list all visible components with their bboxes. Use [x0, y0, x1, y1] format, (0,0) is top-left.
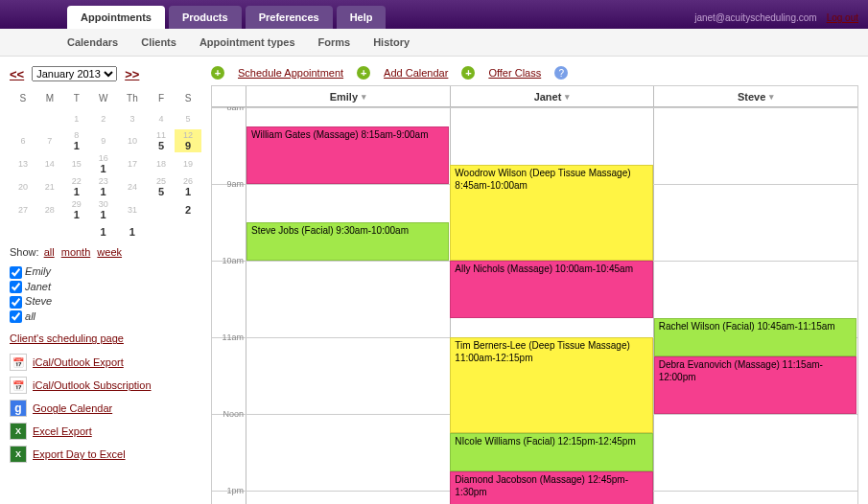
- column-header[interactable]: Janet▾: [451, 86, 655, 106]
- hour-label: 9am: [212, 179, 246, 189]
- plus-icon: +: [357, 66, 370, 80]
- minical-day[interactable]: 5: [175, 108, 201, 129]
- export-google-calendar[interactable]: Google Calendar: [33, 402, 112, 414]
- minical-day[interactable]: 31: [117, 198, 149, 221]
- subnav-history[interactable]: History: [373, 36, 410, 48]
- minical-day[interactable]: 231: [90, 175, 117, 198]
- subnav-appointment-types[interactable]: Appointment types: [199, 36, 295, 48]
- minical-day[interactable]: 24: [117, 175, 149, 198]
- appointment[interactable]: William Gates (Massage) 8:15am-9:00am: [246, 126, 449, 184]
- minical-day[interactable]: 115: [148, 129, 175, 152]
- chevron-down-icon: ▾: [769, 92, 774, 102]
- minical-day[interactable]: 17: [117, 152, 149, 175]
- schedule-appointment-link[interactable]: Schedule Appointment: [238, 67, 343, 79]
- tab-appointments[interactable]: Appointments: [67, 6, 165, 29]
- minical-day[interactable]: 18: [148, 152, 175, 175]
- show-week[interactable]: week: [97, 246, 122, 258]
- offer-class-link[interactable]: Offer Class: [488, 67, 541, 79]
- minical-day[interactable]: 1: [63, 108, 90, 129]
- filter-checkbox-all[interactable]: [10, 310, 22, 323]
- column-header[interactable]: Steve▾: [654, 86, 857, 106]
- minical-day[interactable]: 161: [90, 152, 117, 175]
- action-bar: + Schedule Appointment + Add Calendar + …: [211, 66, 858, 80]
- minical-day[interactable]: 129: [175, 129, 201, 152]
- xls-icon: X: [10, 423, 27, 440]
- hour-label: 8am: [212, 107, 246, 112]
- appointment[interactable]: Steve Jobs (Facial) 9:30am-10:00am: [246, 222, 449, 261]
- calendar-body[interactable]: 8am9am10am11amNoon1pm William Gates (Mas…: [212, 107, 857, 504]
- export-ical-outlook-subscription[interactable]: iCal/Outlook Subscription: [33, 379, 152, 391]
- filter-checkbox-steve[interactable]: [10, 296, 22, 309]
- appointment[interactable]: NIcole Williams (Facial) 12:15pm-12:45pm: [450, 433, 652, 471]
- logout-link[interactable]: Log out: [827, 12, 858, 23]
- minical-day[interactable]: 2: [90, 108, 117, 129]
- tab-products[interactable]: Products: [169, 6, 242, 29]
- appointment[interactable]: Debra Evanovich (Massage) 11:15am-12:00p…: [654, 356, 856, 414]
- show-month[interactable]: month: [61, 246, 91, 258]
- minical-day[interactable]: 291: [63, 198, 90, 221]
- g-icon: g: [10, 400, 27, 417]
- show-row: Show: all month week: [10, 246, 201, 258]
- minical-day[interactable]: 81: [63, 129, 90, 152]
- subnav-calendars[interactable]: Calendars: [67, 36, 118, 48]
- minical-body: 1234567819101151291314151611718192021221…: [10, 108, 201, 242]
- minical-day[interactable]: 255: [148, 175, 175, 198]
- minical-day: [63, 221, 90, 242]
- export-excel-export[interactable]: Excel Export: [33, 425, 92, 437]
- staff-filters: Emily Janet Steve all: [10, 265, 201, 323]
- tab-preferences[interactable]: Preferences: [246, 6, 333, 29]
- minical-day[interactable]: 28: [36, 198, 63, 221]
- minical-day[interactable]: 13: [10, 152, 36, 175]
- month-select[interactable]: January 2013: [32, 66, 117, 81]
- minical-day[interactable]: 9: [90, 129, 117, 152]
- minical-day: [148, 221, 175, 242]
- appointment[interactable]: Diamond Jacobson (Massage) 12:45pm- 1:30…: [450, 471, 652, 504]
- minical-day[interactable]: 21: [36, 175, 63, 198]
- minical-day[interactable]: 6: [10, 129, 36, 152]
- minical-day[interactable]: 4: [148, 108, 175, 129]
- content: + Schedule Appointment + Add Calendar + …: [211, 66, 858, 504]
- minical-day[interactable]: 27: [10, 198, 36, 221]
- mini-calendar: SMTWThFS 1234567819101151291314151611718…: [10, 87, 201, 242]
- minical-day[interactable]: 19: [175, 152, 201, 175]
- prev-month[interactable]: <<: [10, 67, 24, 81]
- minical-day[interactable]: 7: [36, 129, 63, 152]
- minical-day[interactable]: 15: [63, 152, 90, 175]
- minical-day[interactable]: 261: [175, 175, 201, 198]
- cal-icon: [10, 354, 27, 371]
- show-all[interactable]: all: [44, 246, 55, 258]
- sidebar: << January 2013 >> SMTWThFS 123456781910…: [10, 66, 201, 504]
- export-export-day-to-excel[interactable]: Export Day to Excel: [33, 448, 126, 460]
- xls-icon: X: [10, 446, 27, 463]
- filter-checkbox-janet[interactable]: [10, 281, 22, 293]
- next-month[interactable]: >>: [125, 67, 139, 81]
- hour-label: 11am: [212, 332, 246, 342]
- appointment[interactable]: Rachel Wilson (Facial) 10:45am-11:15am: [654, 318, 856, 356]
- tab-help[interactable]: Help: [337, 6, 387, 29]
- minical-day: [148, 198, 175, 221]
- help-icon[interactable]: ?: [554, 66, 568, 80]
- minical-day[interactable]: 3: [117, 108, 149, 129]
- minical-day[interactable]: 10: [117, 129, 149, 152]
- export-ical-outlook-export[interactable]: iCal/Outlook Export: [33, 356, 124, 368]
- minical-day[interactable]: 301: [90, 198, 117, 221]
- appointment[interactable]: Woodrow Wilson (Deep Tissue Massage) 8:4…: [450, 165, 652, 261]
- plus-icon: +: [461, 66, 475, 80]
- column-header[interactable]: Emily▾: [246, 86, 451, 106]
- appointment[interactable]: Tim Berners-Lee (Deep Tissue Massage) 11…: [450, 337, 652, 433]
- minical-day[interactable]: 14: [36, 152, 63, 175]
- minical-dow-row: SMTWThFS: [10, 87, 201, 108]
- minical-day: [36, 108, 63, 129]
- subnav-clients[interactable]: Clients: [141, 36, 176, 48]
- appointment[interactable]: Ally Nichols (Massage) 10:00am-10:45am: [450, 261, 652, 318]
- filter-checkbox-emily[interactable]: [10, 266, 22, 279]
- top-bar: AppointmentsProductsPreferencesHelp jane…: [0, 0, 868, 29]
- client-scheduling-link[interactable]: Client's scheduling page: [10, 332, 124, 344]
- hour-label: Noon: [212, 409, 246, 419]
- add-calendar-link[interactable]: Add Calendar: [384, 67, 448, 79]
- minical-day[interactable]: 221: [63, 175, 90, 198]
- minical-day[interactable]: 20: [10, 175, 36, 198]
- subnav-forms[interactable]: Forms: [318, 36, 351, 48]
- minical-day: [36, 221, 63, 242]
- hour-label: 10am: [212, 256, 246, 265]
